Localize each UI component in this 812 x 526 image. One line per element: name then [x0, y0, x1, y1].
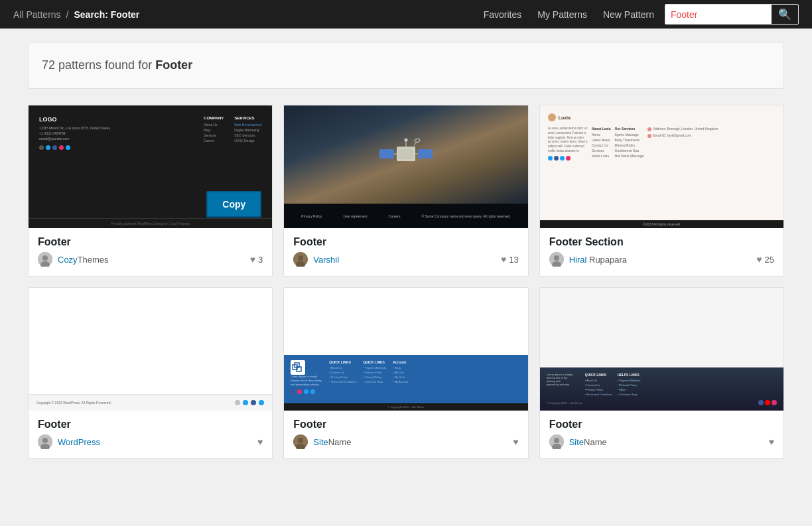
blue-col-item: • Contact Us	[329, 371, 356, 374]
blue-col-head-1: QUICK LINKS	[329, 360, 356, 364]
luxia-contact-col: Address: Borough, London, United Kingdom…	[647, 127, 718, 161]
all-patterns-link[interactable]: All Patterns	[13, 9, 61, 20]
thumbnail-preview-4: Copyright © 2023 WordPress. All Rights R…	[29, 288, 272, 411]
luxia-col-item: Services	[592, 149, 611, 153]
avatar-icon-4	[38, 434, 52, 449]
svg-point-17	[554, 255, 559, 261]
favorites-link[interactable]: Favorites	[484, 9, 522, 20]
luxia-col-item: About Luxia	[592, 154, 611, 158]
blue-col-1: QUICK LINKS • About Us • Contact Us • Pr…	[329, 360, 356, 394]
mountain-col-item: • Refunds Policy	[618, 383, 641, 387]
pattern-info-5: Footer SiteName ♥	[284, 411, 527, 458]
author-3: Hiral Rupapara	[569, 255, 627, 265]
footer-icon-2	[243, 400, 248, 405]
svg-point-20	[42, 438, 48, 443]
luxia-name: Luxia	[559, 115, 571, 120]
thumbnail-preview-2: Privacy Policy User Agreement Careers © …	[284, 105, 527, 228]
luxia-footer-bar: ©2023 All rights reserved	[540, 220, 783, 228]
svg-rect-4	[418, 149, 433, 159]
mountain-footer-bar: © Copyright 2023 – Site Name	[547, 400, 777, 405]
avatar-1	[38, 252, 52, 267]
pattern-title-4: Footer	[38, 419, 263, 430]
heart-icon-5: ♥	[513, 436, 518, 447]
luxia-col-head-2: Our Services	[615, 127, 644, 131]
pattern-thumbnail-2: Privacy Policy User Agreement Careers © …	[284, 105, 527, 228]
thumb-columns: COMPANY About Us Blog Services Career SE…	[204, 116, 261, 144]
space-image	[284, 105, 527, 204]
blue-col-item: • Returns Policy	[363, 371, 386, 374]
social-dot-1	[39, 145, 44, 150]
mountain-col-item: • Terms and Conditions	[585, 393, 612, 396]
pattern-card-6: Lorem ipsum is simply dummy text of the …	[539, 287, 784, 459]
mountain-copyright: © Copyright 2023 – Site Name	[547, 401, 582, 405]
author-2: Varshil	[313, 255, 339, 265]
blue-col-item: • My Cart	[393, 371, 408, 374]
avatar-icon-3	[549, 252, 564, 267]
thumb-social	[39, 145, 261, 150]
thumb-col-item: UX/UI Design	[234, 139, 261, 143]
blue-desc-text: Lorem ipsum is simply dummy text of the …	[291, 375, 324, 387]
luxia-col-item: Latest News	[592, 138, 611, 142]
search-input[interactable]	[665, 7, 772, 23]
my-patterns-link[interactable]: My Patterns	[537, 9, 587, 20]
svg-point-29	[554, 438, 559, 443]
pattern-card-4: Copyright © 2023 WordPress. All Rights R…	[28, 287, 273, 459]
blue-footer-top: Lorem ipsum is simply dummy text of the …	[291, 360, 521, 394]
space-link-2: User Agreement	[343, 214, 367, 218]
thumb-col-company: COMPANY About Us Blog Services Career	[204, 116, 224, 144]
pattern-title-3: Footer Section	[549, 236, 774, 248]
social-dot-3	[52, 145, 57, 150]
avatar-3	[549, 252, 564, 267]
luxia-address: Address: Borough, London, United Kingdom	[653, 127, 718, 131]
luxia-email: Email ID: test@gmail.com	[653, 133, 691, 137]
avatar-icon-2	[293, 252, 308, 267]
svg-point-1	[42, 255, 48, 261]
blue-social-fb	[291, 389, 295, 394]
thumb-col-item: About Us	[204, 123, 224, 127]
blue-col-head-3: Account	[393, 360, 408, 364]
social-in	[566, 156, 571, 161]
results-header: 72 patterns found for Footer	[28, 42, 784, 89]
social-li	[560, 156, 565, 161]
avatar-4	[38, 434, 52, 449]
mountain-col-item: • About Us	[585, 379, 612, 382]
thumbnail-preview-3: Luxia As eras usidad demo dolor sit amet…	[540, 105, 783, 228]
mountain-col-2: HELPS LINKS • Payment Methods • Refunds …	[618, 373, 641, 397]
avatar-icon-5	[293, 434, 308, 449]
copyright-text: Copyright © 2023 WordPress. All Rights R…	[36, 401, 111, 405]
mountain-col-item: • Customer Says	[618, 393, 641, 396]
pattern-meta-5: SiteName ♥	[293, 434, 518, 449]
pattern-meta-3: Hiral Rupapara ♥ 25	[549, 252, 774, 267]
mountain-col-head-2: HELPS LINKS	[618, 373, 641, 377]
mountain-col-item: • Contact Us	[585, 383, 612, 387]
breadcrumb: All Patterns / Search: Footer	[13, 9, 484, 20]
copy-button-1[interactable]: Copy	[206, 191, 261, 218]
pattern-thumbnail-4: Copyright © 2023 WordPress. All Rights R…	[29, 288, 272, 411]
luxia-col-item: Geothermal Spa	[615, 149, 644, 153]
satellite-svg	[379, 135, 433, 174]
blue-social-tw	[304, 389, 308, 394]
likes-3: ♥ 25	[756, 254, 774, 265]
blue-footer-section: Lorem ipsum is simply dummy text of the …	[284, 355, 527, 403]
blue-col-2: QUICK LINKS • Payment Methods • Returns …	[363, 360, 386, 394]
luxia-col-item: Sports Massage	[615, 133, 644, 137]
likes-6: ♥	[769, 436, 774, 447]
mountain-social-icons	[758, 400, 777, 405]
patterns-grid: LOGO 11315 Mood Clic, Los icons 0575, Un…	[28, 105, 784, 459]
luxia-logo	[548, 113, 556, 121]
luxia-col-item: Mineral Baths	[615, 143, 644, 147]
thumb-col-company-title: COMPANY	[204, 116, 224, 120]
svg-rect-3	[379, 149, 394, 159]
mountain-content: Lorem ipsum is simply dummy text of the …	[547, 373, 777, 397]
search-button[interactable]: 🔍	[772, 5, 798, 24]
blue-col-item: • My Order	[393, 375, 408, 379]
social-dot-5	[66, 145, 70, 150]
mountain-col-item: • Privacy Policy	[585, 388, 612, 391]
luxia-col-item: Body Treatments	[615, 138, 644, 142]
thumb-col-item: Services	[204, 133, 224, 137]
luxia-header: Luxia	[548, 113, 776, 121]
social-fb	[548, 156, 553, 161]
new-pattern-link[interactable]: New Pattern	[603, 9, 654, 20]
thumbnail-preview-6: Lorem ipsum is simply dummy text of the …	[540, 288, 783, 411]
results-text: 72 patterns found for Footer	[42, 58, 770, 72]
